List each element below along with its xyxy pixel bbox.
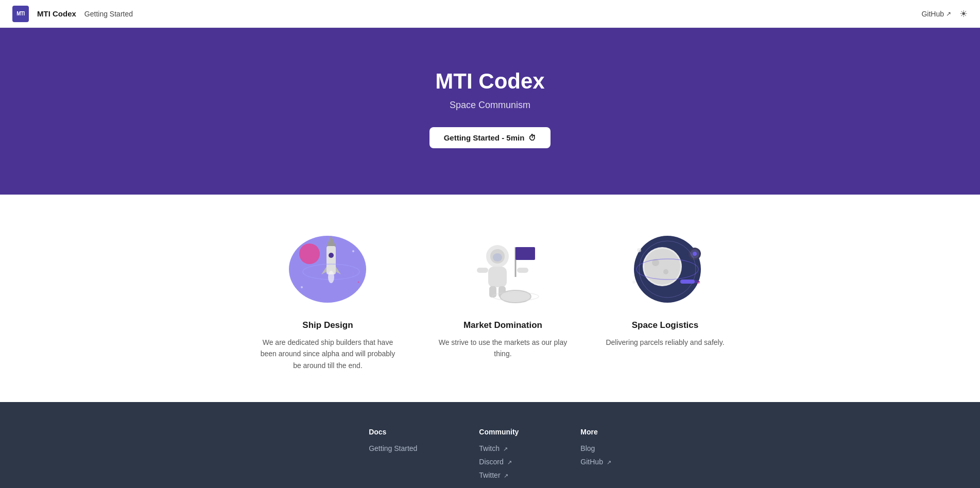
footer-community-col: Community Twitch ↗ Discord ↗ Twitter ↗ (479, 428, 519, 484)
external-icon: ↗ (946, 10, 951, 18)
svg-point-11 (358, 282, 359, 283)
svg-point-32 (693, 252, 697, 256)
hero-section: MTI Codex Space Communism Getting Starte… (0, 28, 980, 195)
svg-point-14 (493, 253, 502, 262)
svg-rect-15 (488, 267, 507, 287)
space-logistics-desc: Delivering parcels reliably and safely. (606, 337, 724, 348)
market-domination-desc: We strive to use the markets as our play… (431, 337, 575, 360)
footer-more-heading: More (580, 428, 611, 436)
footer-getting-started-link[interactable]: Getting Started (369, 444, 417, 452)
footer-docs-col: Docs Getting Started (369, 428, 417, 484)
market-domination-title: Market Domination (431, 320, 575, 330)
footer-twitch-link[interactable]: Twitch ↗ (479, 444, 519, 452)
nav-brand: MTI Codex (37, 9, 76, 18)
features-section: Ship Design We are dedicated ship builde… (0, 195, 980, 402)
ship-design-illustration (281, 225, 374, 308)
external-icon: ↗ (503, 446, 508, 452)
theme-toggle[interactable]: ☀ (959, 8, 968, 20)
external-icon: ↗ (507, 459, 512, 465)
nav-getting-started[interactable]: Getting Started (84, 10, 133, 18)
space-logistics-illustration (618, 225, 711, 308)
navbar-left: MTI MTI Codex Getting Started (12, 6, 133, 22)
hero-title: MTI Codex (435, 69, 544, 94)
svg-rect-16 (477, 268, 488, 273)
svg-point-10 (352, 250, 354, 252)
ship-design-desc: We are dedicated ship builders that have… (255, 337, 400, 371)
external-icon: ↗ (504, 473, 508, 479)
footer-github-link[interactable]: GitHub ↗ (580, 458, 611, 466)
footer-more-col: More Blog GitHub ↗ (580, 428, 611, 484)
svg-rect-2 (326, 246, 336, 274)
navbar-right: GitHub ↗ ☀ (921, 8, 968, 20)
feature-market-domination: Market Domination We strive to use the m… (431, 225, 575, 371)
logo: MTI (12, 6, 29, 22)
svg-point-8 (328, 271, 334, 283)
svg-rect-38 (680, 280, 695, 284)
footer-docs-heading: Docs (369, 428, 417, 436)
external-icon: ↗ (607, 459, 611, 465)
feature-space-logistics: Space Logistics Delivering parcels relia… (606, 225, 724, 371)
footer-discord-link[interactable]: Discord ↗ (479, 458, 519, 466)
space-logistics-title: Space Logistics (606, 320, 724, 330)
svg-rect-21 (515, 247, 535, 260)
navbar: MTI MTI Codex Getting Started GitHub ↗ ☀ (0, 0, 980, 28)
svg-rect-17 (517, 268, 528, 273)
github-nav-link[interactable]: GitHub ↗ (921, 10, 951, 18)
market-domination-illustration (456, 225, 549, 308)
svg-point-6 (329, 253, 334, 258)
footer-community-heading: Community (479, 428, 519, 436)
footer-twitter-link[interactable]: Twitter ↗ (479, 471, 519, 479)
cta-button[interactable]: Getting Started - 5min ⏱ (429, 127, 551, 148)
svg-point-35 (637, 248, 641, 252)
logo-text: MTI (16, 11, 25, 16)
svg-point-29 (663, 269, 668, 274)
cta-label: Getting Started - 5min (444, 133, 525, 142)
footer-columns: Docs Getting Started Community Twitch ↗ … (259, 428, 722, 484)
footer: Docs Getting Started Community Twitch ↗ … (0, 402, 980, 488)
hero-subtitle: Space Communism (450, 100, 530, 111)
feature-ship-design: Ship Design We are dedicated ship builde… (255, 225, 400, 371)
svg-point-9 (301, 286, 303, 288)
svg-point-37 (632, 281, 635, 284)
footer-blog-link[interactable]: Blog (580, 444, 611, 452)
cta-icon: ⏱ (528, 133, 536, 142)
github-label: GitHub (921, 10, 944, 18)
svg-point-1 (299, 243, 320, 264)
ship-design-title: Ship Design (255, 320, 400, 330)
